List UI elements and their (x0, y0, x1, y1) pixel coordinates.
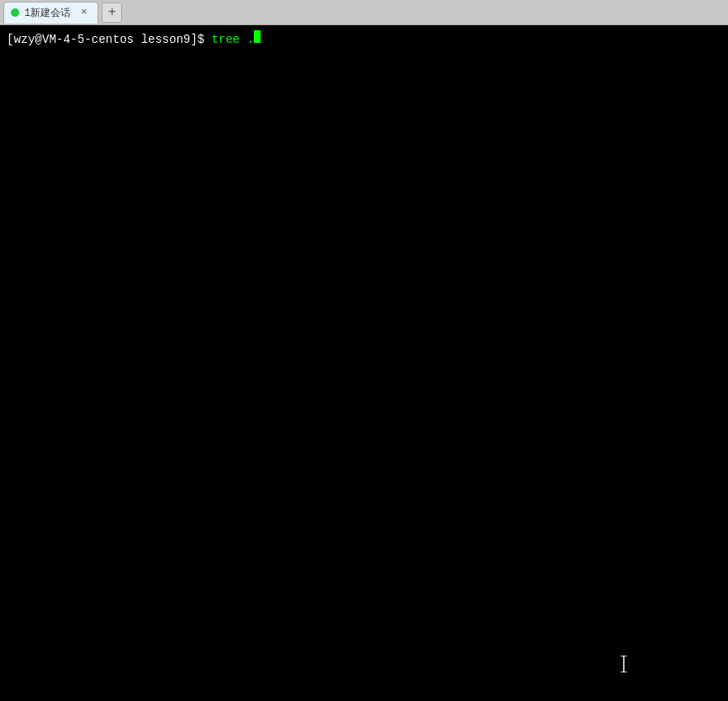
terminal-cursor (254, 30, 261, 43)
terminal-command-line: [wzy@VM-4-5-centos lesson9]$ tree . (7, 30, 721, 49)
tab-1[interactable]: 1新建会话 × (3, 2, 98, 24)
mouse-cursor-icon (619, 656, 629, 672)
tab-close-button[interactable]: × (77, 6, 91, 19)
terminal-prompt: [wzy@VM-4-5-centos lesson9]$ (7, 32, 204, 49)
tab-label: 1新建会话 (24, 6, 71, 20)
new-tab-button[interactable]: + (102, 3, 122, 23)
terminal-command: tree . (204, 32, 254, 49)
terminal-window: 1新建会话 × + [wzy@VM-4-5-centos lesson9]$ t… (0, 0, 728, 701)
tab-status-dot (11, 8, 19, 17)
terminal-area[interactable]: [wzy@VM-4-5-centos lesson9]$ tree . (0, 25, 728, 701)
tab-bar: 1新建会话 × + (0, 0, 728, 25)
